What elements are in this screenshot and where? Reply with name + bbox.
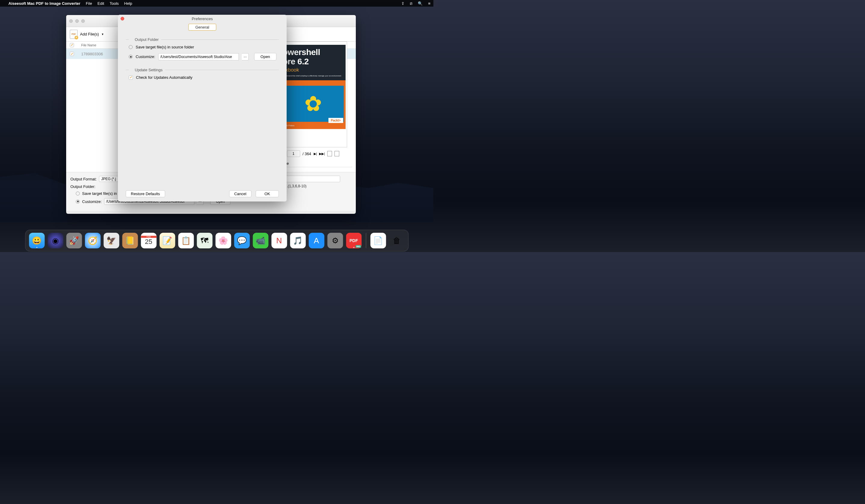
book-title-1: owershell xyxy=(283,47,320,57)
pdf-add-icon: PDF+ xyxy=(70,30,78,39)
last-page-icon[interactable]: ▶▶| xyxy=(319,152,325,156)
book-description: e command-line shell scripting to effect… xyxy=(281,73,346,77)
prefs-customize-label: Customize: xyxy=(136,55,155,59)
dock-launchpad-icon[interactable]: 🚀 xyxy=(66,233,82,248)
menu-extras-icon[interactable]: ≡ xyxy=(428,1,430,6)
dock-reminders-icon[interactable]: 📋 xyxy=(178,233,194,248)
display-icon[interactable]: ⎚ xyxy=(410,1,412,6)
spotlight-icon[interactable]: 🔍 xyxy=(418,1,423,6)
add-files-button[interactable]: PDF+ Add File(s) ▼ xyxy=(70,30,104,39)
prefs-browse-button[interactable]: ··· xyxy=(242,53,249,60)
source-folder-radio[interactable] xyxy=(76,191,80,196)
publisher-logo: Packt> xyxy=(328,118,343,123)
preview-thumbnail: owershellore 6.2 okbook e command-line s… xyxy=(279,42,347,147)
file-menu[interactable]: File xyxy=(86,1,92,6)
dock-calendar-icon[interactable]: FEB25 xyxy=(141,233,157,248)
dock-mail-icon[interactable]: 🦅 xyxy=(103,233,119,248)
next-page-icon[interactable]: ▶| xyxy=(314,152,317,156)
page-number-input[interactable] xyxy=(287,150,300,157)
output-format-select[interactable]: JPEG (*.j xyxy=(99,176,118,182)
share-icon[interactable]: ⇪ xyxy=(401,1,405,6)
prefs-source-folder-label: Save target file(s) in source folder xyxy=(136,45,194,49)
filename-column-header: File Name xyxy=(81,43,96,47)
dock-siri-icon[interactable]: ◉ xyxy=(47,233,63,248)
dock-safari-icon[interactable]: 🧭 xyxy=(85,233,101,248)
edit-menu[interactable]: Edit xyxy=(97,1,104,6)
source-folder-label: Save target file(s) in xyxy=(82,191,117,196)
prefs-open-button[interactable]: Open xyxy=(254,53,276,60)
prefs-close-button[interactable] xyxy=(120,17,124,21)
file-name-label: 1789803306 xyxy=(81,52,103,56)
output-folder-fieldset-label: Output Folder xyxy=(131,37,159,42)
preferences-dialog: Preferences General Output Folder Save t… xyxy=(118,15,287,201)
main-minimize-button[interactable] xyxy=(75,19,79,23)
customize-radio[interactable] xyxy=(76,200,80,203)
dock-pdf-converter-icon[interactable]: PDFIMG xyxy=(346,233,361,248)
dock-notes-icon[interactable]: 📝 xyxy=(159,233,175,248)
prefs-path-input[interactable]: /Users/test/Documents/Aiseesoft Studio/A… xyxy=(158,53,239,60)
output-folder-label: Output Folder: xyxy=(70,184,95,189)
output-format-label: Output Format: xyxy=(70,177,96,181)
check-updates-checkbox[interactable] xyxy=(129,75,133,80)
add-files-dropdown-icon: ▼ xyxy=(101,33,104,36)
flower-icon: ✿ xyxy=(304,91,322,116)
check-updates-label: Check for Updates Automatically xyxy=(136,75,193,80)
restore-defaults-button[interactable]: Restore Defaults xyxy=(126,190,165,197)
dock-news-icon[interactable]: N xyxy=(271,233,287,248)
dock-separator xyxy=(366,233,366,248)
prefs-title: Preferences xyxy=(192,16,212,21)
dock-messages-icon[interactable]: 💬 xyxy=(234,233,250,248)
page-view-icon[interactable] xyxy=(327,151,332,156)
customize-label: Customize: xyxy=(82,199,102,204)
dock-trash-icon[interactable]: 🗑 xyxy=(389,233,405,248)
dock-contacts-icon[interactable]: 📒 xyxy=(122,233,138,248)
main-maximize-button[interactable] xyxy=(81,19,85,23)
dock-document-icon[interactable]: 📄 xyxy=(370,233,386,248)
add-files-label: Add File(s) xyxy=(80,32,99,36)
menubar: Aiseesoft Mac PDF to Image Converter Fil… xyxy=(0,0,434,7)
book-subtitle: okbook xyxy=(281,67,346,73)
ok-button[interactable]: OK xyxy=(256,190,279,197)
dock: 😀 ◉ 🚀 🧭 🦅 📒 FEB25 📝 📋 🗺 🌸 💬 📹 N 🎵 A ⚙ PD… xyxy=(25,230,408,251)
file-checkbox[interactable] xyxy=(70,52,74,56)
dock-preferences-icon[interactable]: ⚙ xyxy=(327,233,343,248)
main-close-button[interactable] xyxy=(69,19,73,23)
dock-maps-icon[interactable]: 🗺 xyxy=(197,233,212,248)
select-all-checkbox[interactable] xyxy=(70,43,74,47)
prefs-source-folder-radio[interactable] xyxy=(129,45,132,49)
dock-photos-icon[interactable]: 🌸 xyxy=(215,233,231,248)
app-menu[interactable]: Aiseesoft Mac PDF to Image Converter xyxy=(9,1,80,6)
cancel-button[interactable]: Cancel xyxy=(229,190,252,197)
page-export-icon[interactable] xyxy=(334,151,339,156)
update-settings-fieldset-label: Update Settings xyxy=(131,68,163,72)
total-pages-label: / 364 xyxy=(302,152,311,156)
help-menu[interactable]: Help xyxy=(124,1,132,6)
tab-general[interactable]: General xyxy=(188,24,216,31)
prefs-customize-radio[interactable] xyxy=(129,55,132,59)
dock-appstore-icon[interactable]: A xyxy=(309,233,324,248)
prefs-titlebar: Preferences xyxy=(118,15,287,23)
dock-itunes-icon[interactable]: 🎵 xyxy=(290,233,305,248)
tools-menu[interactable]: Tools xyxy=(109,1,118,6)
dock-facetime-icon[interactable]: 📹 xyxy=(253,233,268,248)
dock-finder-icon[interactable]: 😀 xyxy=(29,233,45,248)
